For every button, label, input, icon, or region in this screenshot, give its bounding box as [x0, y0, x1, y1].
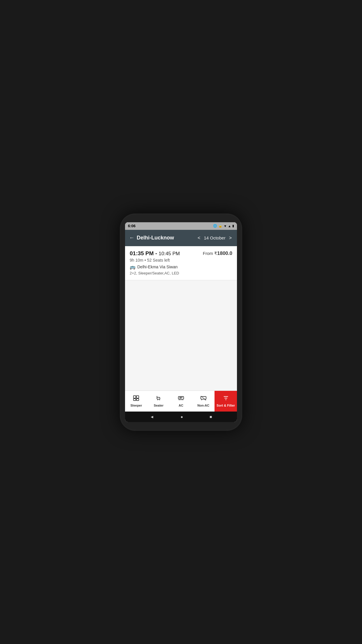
svg-line-7 — [182, 399, 183, 400]
svg-rect-10 — [201, 397, 206, 399]
svg-line-5 — [179, 399, 180, 400]
sleeper-icon — [133, 395, 139, 403]
card-row-time-price: 01:35 PM - 10:45 PM From ₹1800.0 — [130, 250, 232, 257]
duration: 9h 10m — [130, 258, 143, 262]
signal-icon: ▲ — [228, 224, 231, 228]
nav-item-seater[interactable]: Seater — [147, 391, 170, 412]
prev-date-button[interactable]: < — [196, 235, 201, 241]
svg-rect-1 — [136, 396, 139, 398]
nav-item-sleeper[interactable]: Sleeper — [125, 391, 147, 412]
world-icon: 🌐 — [213, 224, 217, 228]
sortfilter-label: Sort & Filter — [217, 404, 235, 407]
sim-icon: 🔒 — [218, 224, 222, 228]
arrival-time: 10:45 PM — [159, 251, 180, 256]
route-name: Delhi-Ekma Via Siwan — [137, 265, 178, 269]
toolbar: ← Delhi-Lucknow < 14 October > — [125, 230, 237, 246]
currency-symbol: ₹ — [214, 251, 217, 256]
status-icons: 🌐 🔒 ▼ ▲ ▮ — [213, 224, 234, 228]
bus-icon: 🚌 — [130, 264, 136, 270]
ac-label: AC — [179, 404, 183, 407]
dot-separator: • — [145, 258, 146, 262]
ac-icon — [178, 395, 184, 403]
card-row-route: 🚌 Delhi-Ekma Via Siwan — [130, 264, 232, 270]
seats-left: 52 Seats left — [147, 258, 170, 262]
from-label: From — [203, 251, 213, 256]
card-row-duration: 9h 10m•52 Seats left — [130, 258, 232, 262]
back-button[interactable]: ← — [129, 235, 134, 241]
android-nav-bar: ◄ ● ■ — [125, 412, 237, 422]
sleeper-label: Sleeper — [131, 404, 142, 407]
nonac-label: Non-AC — [197, 404, 209, 407]
svg-rect-2 — [133, 399, 136, 400]
price-amount: 1800.0 — [217, 251, 232, 256]
battery-icon: ▮ — [232, 224, 234, 228]
android-back-button[interactable]: ◄ — [150, 414, 154, 419]
nav-item-nonac[interactable]: Non-AC — [192, 391, 215, 412]
phone-screen: 6:06 🌐 🔒 ▼ ▲ ▮ ← Delhi-Lucknow < 14 Octo… — [125, 222, 237, 422]
android-home-button[interactable]: ● — [180, 414, 183, 419]
nav-item-sortfilter[interactable]: Sort & Filter — [215, 391, 237, 412]
toolbar-left: ← Delhi-Lucknow — [129, 235, 174, 241]
next-date-button[interactable]: > — [228, 235, 233, 241]
svg-rect-4 — [178, 397, 184, 399]
seater-icon — [155, 395, 162, 403]
departure-time: 01:35 PM — [130, 250, 154, 256]
toolbar-date: < 14 October > — [196, 235, 233, 241]
date-display: 14 October — [204, 235, 225, 240]
status-time: 6:06 — [128, 224, 136, 228]
android-recent-button[interactable]: ■ — [210, 414, 212, 419]
toolbar-title: Delhi-Lucknow — [137, 235, 174, 241]
bus-type: 2+2, Sleeper/Seater,AC, LED — [130, 271, 179, 275]
svg-rect-0 — [133, 396, 136, 398]
sort-filter-icon — [223, 395, 229, 403]
bottom-nav: Sleeper Seater — [125, 391, 237, 412]
nav-item-ac[interactable]: AC — [170, 391, 192, 412]
card-row-bus-type: 2+2, Sleeper/Seater,AC, LED — [130, 271, 232, 275]
svg-rect-3 — [136, 399, 139, 400]
time-range: 01:35 PM - 10:45 PM — [130, 250, 180, 257]
wifi-icon: ▼ — [224, 224, 227, 228]
svg-line-11 — [201, 399, 202, 400]
seater-label: Seater — [154, 404, 164, 407]
bus-card[interactable]: 01:35 PM - 10:45 PM From ₹1800.0 9h 10m•… — [125, 246, 237, 280]
phone-shell: 6:06 🌐 🔒 ▼ ▲ ▮ ← Delhi-Lucknow < 14 Octo… — [120, 214, 242, 431]
nonac-icon — [200, 395, 207, 403]
price-info: From ₹1800.0 — [203, 251, 232, 256]
main-content: 01:35 PM - 10:45 PM From ₹1800.0 9h 10m•… — [125, 246, 237, 391]
status-bar: 6:06 🌐 🔒 ▼ ▲ ▮ — [125, 222, 237, 230]
time-separator: - — [154, 250, 159, 256]
